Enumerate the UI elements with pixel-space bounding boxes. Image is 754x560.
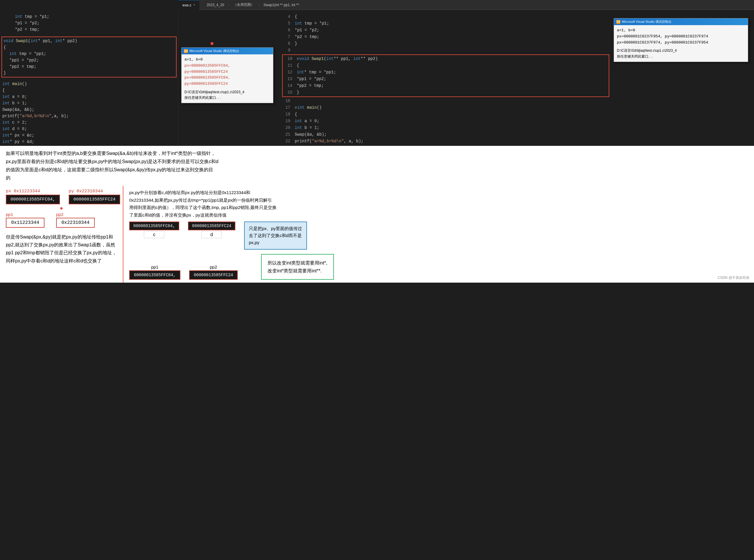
pp1-right-label: pp1 — [151, 264, 158, 269]
code-line-1: int tmp = *p1; — [0, 14, 178, 20]
code-line-2: *p1 = *p2; — [0, 20, 178, 26]
pp1-label: pp1 — [6, 212, 13, 217]
pp2-right-label: pp2 — [210, 264, 217, 269]
cd-memory-row: 00000013585FFC04, c 00000013585FFC24 d 只… — [129, 222, 748, 249]
tab-close[interactable]: × — [193, 3, 195, 7]
bottom-area: 如果可以明显地看到对于int类型的a,b要交换需要Swap(&a,&b)传址来改… — [0, 146, 754, 283]
diagram-row: px 0x11223344 00000013585FFC04, py 0x223… — [0, 186, 754, 283]
px-value-box: 00000013585FFC04, — [6, 195, 60, 204]
explanation-block: 如果可以明显地看到对于int类型的a,b要交换需要Swap(&a,&b)传址来改… — [0, 146, 754, 183]
pp1-value-box: 0x11223344 — [6, 218, 44, 228]
tab-exe-c[interactable]: exe.c × — [178, 0, 199, 10]
tab-label: exe.c — [182, 3, 192, 7]
pp1-block: pp1 0x11223344 — [6, 212, 44, 228]
c-var-label: c — [144, 231, 164, 238]
vs-dialog-right: C# Microsoft Visual Studio 调试控制台 a=1, b=… — [614, 18, 748, 62]
px-py-row: px 0x11223344 00000013585FFC04, py 0x223… — [6, 189, 117, 204]
py-label: py 0x22310344 — [69, 189, 103, 194]
swap1-function-box: void Swap1(int* pp1, int* pp2) { int tmp… — [1, 37, 177, 77]
vs-dialog-left-title: C# Microsoft Visual Studio 调试控制台 — [182, 48, 273, 54]
bottom-left-text: 但是传Swap(&px,&py)就是把px,py的地址传给pp1和 pp2,就达… — [6, 233, 117, 265]
py-block: py 0x22310344 00000013585FFC24 — [69, 189, 120, 204]
vs-icon-right: C# — [616, 20, 620, 24]
pp2-right-section: pp2 00000013585FFC24 — [189, 264, 238, 280]
vs-dialog-right-body: a=1, b=0 px=0000001C0237F954, py=0000001… — [614, 25, 748, 62]
d-value-box: 00000013585FFC24 — [188, 222, 235, 230]
editor-area: exe.c × 2023_4_20 › （全局范围） › Swap1(int *… — [0, 0, 754, 146]
left-code-content: int tmp = *p1; *p1 = *p2; *p2 = tmp; voi… — [0, 12, 178, 146]
c-mem-block: 00000013585FFC04, c — [129, 222, 179, 249]
pp1-pp2-right-row: pp1 00000013585FFC04, pp2 00000013585FFC… — [129, 254, 748, 280]
pp1-right-section: pp1 00000013585FFC04, — [129, 264, 180, 280]
c-value-box: 00000013585FFC04, — [129, 222, 179, 230]
pp1-right-box: 00000013585FFC04, — [129, 271, 180, 280]
breadcrumb-folder: 2023_4_20 — [207, 3, 224, 7]
pp2-right-box: 00000013585FFC24 — [189, 271, 238, 280]
vs-dialog-right-title: C# Microsoft Visual Studio 调试控制台 — [614, 18, 748, 25]
right-exp-text: px,py中分别放着c,d的地址而px py的地址分别是0x11223344和 … — [129, 189, 748, 219]
pp1-pp2-row: pp1 0x11223344 pp2 0x22310344 — [6, 212, 117, 228]
blue-note-box: 只是把px、py里面的值传过去了达到了交换c和d而不是px,py — [244, 222, 307, 249]
left-diagram-col: px 0x11223344 00000013585FFC04, py 0x223… — [0, 186, 123, 283]
d-var-label: d — [201, 231, 222, 238]
breadcrumb-function: Swap1(int ** pp1, int ** — [263, 3, 299, 7]
vs-dialog-left-body: a=1, b=0 px=00000013585FFC04, py=0000001… — [182, 54, 273, 103]
right-code-content: 4 { 5 int tmp = *p1; 6 *p1 = *p2; 7 *p2 … — [281, 12, 611, 146]
csdn-watermark: CSDN @不喜欢吃鱼 — [717, 275, 750, 280]
px-block: px 0x11223344 00000013585FFC04, — [6, 189, 60, 204]
pp2-label: pp2 — [56, 212, 63, 217]
left-code-panel: int tmp = *p1; *p1 = *p2; *p2 = tmp; voi… — [0, 10, 178, 146]
tabbar: exe.c × 2023_4_20 › （全局范围） › Swap1(int *… — [178, 0, 754, 10]
breadcrumb-bar: 2023_4_20 › （全局范围） › Swap1(int ** pp1, i… — [202, 2, 754, 7]
right-code-panel: 4 { 5 int tmp = *p1; 6 *p1 = *p2; 7 *p2 … — [281, 10, 611, 146]
code-line-3: *p2 = tmp; — [0, 26, 178, 33]
editor-row: int tmp = *p1; *p1 = *p2; *p2 = tmp; voi… — [0, 10, 754, 146]
px-label: px 0x11223344 — [6, 189, 40, 194]
center-dialog-panel: C# Microsoft Visual Studio 调试控制台 a=1, b=… — [178, 10, 281, 146]
d-mem-block: 00000013585FFC24 d — [188, 222, 235, 249]
pp2-value-box: 0x22310344 — [56, 218, 95, 228]
swap1-right-box: 10evoid Swap1(int** pp1, int** pp2) 11 {… — [282, 54, 609, 97]
vs-icon-left: C# — [184, 49, 188, 53]
py-value-box: 00000013585FFC24 — [69, 195, 120, 204]
green-note-box: 所以改变int类型就需要用int*, 改变int*类型就需要用int**. — [261, 254, 334, 280]
pp2-block: pp2 0x22310344 — [56, 212, 95, 228]
breadcrumb-scope: （全局范围） — [233, 2, 254, 7]
right-diagram-col: px,py中分别放着c,d的地址而px py的地址分别是0x11223344和 … — [123, 186, 754, 283]
far-right-panel: C# Microsoft Visual Studio 调试控制台 a=1, b=… — [611, 10, 754, 146]
vs-dialog-left: C# Microsoft Visual Studio 调试控制台 a=1, b=… — [181, 47, 273, 103]
